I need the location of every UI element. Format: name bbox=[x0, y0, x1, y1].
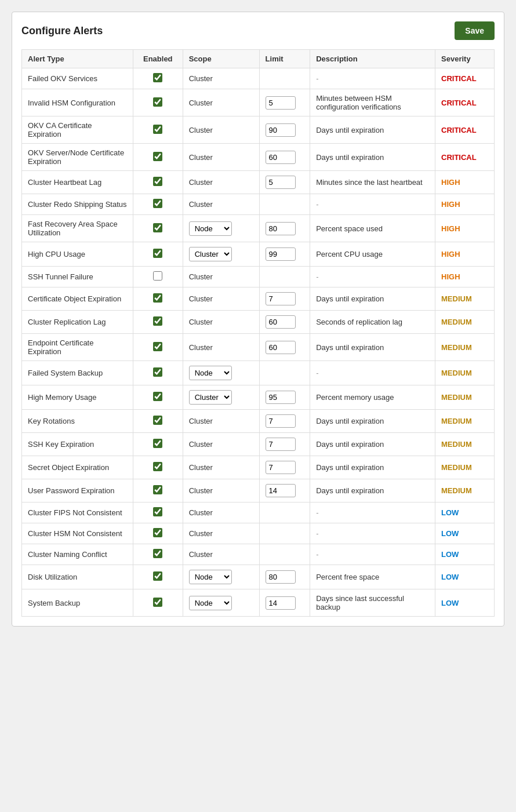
enabled-checkbox[interactable] bbox=[153, 271, 162, 281]
alert-type-cell: Cluster Naming Conflict bbox=[22, 544, 133, 565]
limit-input[interactable] bbox=[266, 570, 296, 584]
enabled-checkbox[interactable] bbox=[153, 177, 162, 186]
scope-select[interactable]: NodeCluster bbox=[189, 596, 232, 610]
description-cell: - bbox=[310, 503, 435, 523]
scope-select[interactable]: NodeCluster bbox=[189, 570, 232, 584]
scope-cell: NodeCluster bbox=[183, 385, 259, 410]
enabled-cell bbox=[133, 68, 183, 89]
enabled-checkbox[interactable] bbox=[153, 73, 162, 82]
enabled-checkbox[interactable] bbox=[153, 367, 162, 377]
scope-cell: Cluster bbox=[183, 89, 259, 116]
limit-input[interactable] bbox=[266, 341, 296, 354]
limit-input[interactable] bbox=[266, 176, 296, 189]
limit-input[interactable] bbox=[266, 222, 296, 235]
enabled-checkbox[interactable] bbox=[153, 598, 162, 607]
scope-select[interactable]: NodeCluster bbox=[189, 247, 232, 261]
limit-input[interactable] bbox=[266, 96, 296, 110]
enabled-checkbox[interactable] bbox=[153, 152, 162, 161]
scope-select[interactable]: NodeCluster bbox=[189, 366, 232, 380]
description-cell: Percent free space bbox=[310, 565, 435, 589]
enabled-checkbox[interactable] bbox=[153, 125, 162, 134]
page-header: Configure Alerts Save bbox=[21, 21, 495, 40]
enabled-checkbox[interactable] bbox=[153, 416, 162, 425]
enabled-checkbox[interactable] bbox=[153, 249, 162, 258]
limit-input[interactable] bbox=[266, 596, 296, 610]
description-cell: Days until expiration bbox=[310, 116, 435, 144]
table-row: User Password ExpirationClusterDays unti… bbox=[22, 479, 495, 503]
description-cell: - bbox=[310, 68, 435, 89]
severity-cell: MEDIUM bbox=[435, 311, 495, 334]
scope-cell: Cluster bbox=[183, 479, 259, 503]
limit-cell bbox=[259, 89, 310, 116]
enabled-cell bbox=[133, 385, 183, 410]
enabled-checkbox[interactable] bbox=[153, 199, 162, 208]
scope-cell: Cluster bbox=[183, 433, 259, 456]
severity-cell: MEDIUM bbox=[435, 433, 495, 456]
enabled-cell bbox=[133, 194, 183, 215]
description-cell: Percent space used bbox=[310, 215, 435, 242]
enabled-checkbox[interactable] bbox=[153, 528, 162, 537]
scope-select[interactable]: NodeCluster bbox=[189, 390, 232, 405]
description-cell: Days until expiration bbox=[310, 144, 435, 171]
severity-cell: LOW bbox=[435, 565, 495, 589]
limit-input[interactable] bbox=[266, 461, 296, 474]
limit-cell bbox=[259, 385, 310, 410]
table-row: Cluster HSM Not ConsistentCluster-LOW bbox=[22, 523, 495, 544]
enabled-checkbox[interactable] bbox=[153, 342, 162, 351]
description-cell: Days until expiration bbox=[310, 433, 435, 456]
page-title: Configure Alerts bbox=[21, 25, 103, 37]
alert-type-cell: Cluster Heartbeat Lag bbox=[22, 171, 133, 194]
alert-type-cell: Certificate Object Expiration bbox=[22, 287, 133, 311]
description-cell: Days until expiration bbox=[310, 334, 435, 361]
scope-cell: Cluster bbox=[183, 144, 259, 171]
enabled-checkbox[interactable] bbox=[153, 392, 162, 401]
enabled-cell bbox=[133, 116, 183, 144]
enabled-checkbox[interactable] bbox=[153, 462, 162, 471]
limit-input[interactable] bbox=[266, 247, 296, 261]
col-header-enabled: Enabled bbox=[133, 50, 183, 68]
enabled-checkbox[interactable] bbox=[153, 507, 162, 516]
table-row: Cluster Redo Shipping StatusCluster-HIGH bbox=[22, 194, 495, 215]
alert-type-cell: SSH Tunnel Failure bbox=[22, 267, 133, 287]
scope-cell: Cluster bbox=[183, 503, 259, 523]
enabled-checkbox[interactable] bbox=[153, 549, 162, 558]
enabled-cell bbox=[133, 503, 183, 523]
severity-cell: LOW bbox=[435, 523, 495, 544]
limit-input[interactable] bbox=[266, 391, 296, 404]
enabled-checkbox[interactable] bbox=[153, 316, 162, 326]
enabled-checkbox[interactable] bbox=[153, 485, 162, 494]
description-cell: - bbox=[310, 361, 435, 385]
limit-input[interactable] bbox=[266, 315, 296, 329]
limit-input[interactable] bbox=[266, 292, 296, 305]
severity-cell: CRITICAL bbox=[435, 68, 495, 89]
severity-cell: MEDIUM bbox=[435, 361, 495, 385]
limit-cell bbox=[259, 242, 310, 267]
limit-input[interactable] bbox=[266, 151, 296, 164]
limit-cell bbox=[259, 287, 310, 311]
description-cell: - bbox=[310, 523, 435, 544]
save-button[interactable]: Save bbox=[455, 21, 495, 40]
severity-cell: MEDIUM bbox=[435, 456, 495, 479]
enabled-checkbox[interactable] bbox=[153, 571, 162, 581]
table-row: OKV Server/Node Certificate ExpirationCl… bbox=[22, 144, 495, 171]
limit-cell bbox=[259, 523, 310, 544]
description-cell: Days until expiration bbox=[310, 410, 435, 433]
enabled-cell bbox=[133, 456, 183, 479]
enabled-cell bbox=[133, 267, 183, 287]
enabled-checkbox[interactable] bbox=[153, 439, 162, 448]
enabled-checkbox[interactable] bbox=[153, 293, 162, 303]
limit-input[interactable] bbox=[266, 438, 296, 451]
alert-type-cell: High Memory Usage bbox=[22, 385, 133, 410]
limit-input[interactable] bbox=[266, 484, 296, 497]
enabled-checkbox[interactable] bbox=[153, 223, 162, 232]
alert-type-cell: Failed OKV Services bbox=[22, 68, 133, 89]
limit-input[interactable] bbox=[266, 123, 296, 137]
enabled-checkbox[interactable] bbox=[153, 97, 162, 107]
enabled-cell bbox=[133, 311, 183, 334]
scope-select[interactable]: NodeCluster bbox=[189, 221, 232, 236]
limit-cell bbox=[259, 456, 310, 479]
limit-input[interactable] bbox=[266, 414, 296, 428]
description-cell: Days until expiration bbox=[310, 456, 435, 479]
scope-cell: Cluster bbox=[183, 68, 259, 89]
severity-cell: HIGH bbox=[435, 194, 495, 215]
